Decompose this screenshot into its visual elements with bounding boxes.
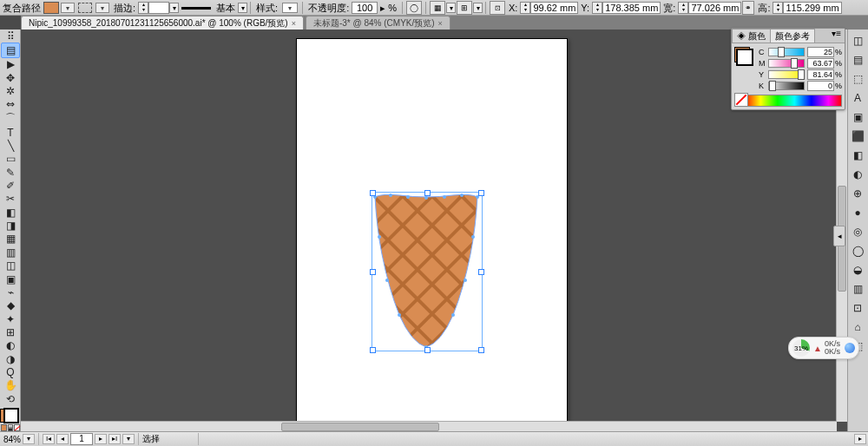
tool-12[interactable]: ◧ — [2, 206, 19, 219]
fill-stroke-swatch[interactable] — [0, 409, 19, 423]
fill-dropdown[interactable]: ▾ — [61, 3, 75, 13]
panel-menu-icon[interactable]: ▾≡ — [828, 29, 845, 43]
color-panel[interactable]: ◈ 颜色 颜色参考 ▾≡ C25%M63.67%Y81.64%K0% — [731, 28, 845, 110]
stroke-swatch[interactable] — [78, 3, 92, 13]
tool-13[interactable]: ◨ — [2, 219, 19, 232]
tool-5[interactable]: ⌒ — [2, 111, 19, 126]
transform-button[interactable]: ⊞ — [457, 1, 472, 15]
zoom-level-field[interactable]: 84% — [3, 435, 21, 444]
tool-17[interactable]: ▣ — [2, 272, 19, 285]
scrollbar-thumb[interactable] — [281, 423, 439, 431]
tool-7[interactable]: ╲ — [2, 139, 19, 152]
align-button[interactable]: ▦ — [430, 1, 445, 15]
tool-21[interactable]: ⊞ — [2, 325, 19, 338]
artboard-dropdown[interactable]: ▾ — [122, 434, 135, 444]
link-wh-button[interactable]: ⚭ — [742, 1, 754, 15]
tool-15[interactable]: ▥ — [2, 246, 19, 259]
zoom-dropdown[interactable]: ▾ — [23, 434, 35, 444]
channel-value-field[interactable]: 81.64 — [807, 69, 834, 80]
channel-value-field[interactable]: 0 — [807, 81, 834, 91]
style-dropdown[interactable]: ▾ — [282, 3, 298, 13]
tool-4[interactable]: ⇔ — [2, 98, 19, 111]
artboard[interactable] — [296, 38, 568, 424]
panel-icon-10[interactable]: ◎ — [849, 222, 866, 241]
tab-close-icon[interactable]: × — [292, 19, 296, 28]
artboard-next-button[interactable]: ▸ — [95, 434, 107, 444]
panel-icon-7[interactable]: ◐ — [849, 165, 866, 184]
artwork-cone[interactable] — [373, 193, 479, 348]
tool-6[interactable]: T — [2, 126, 19, 139]
canvas-area[interactable] — [21, 30, 847, 432]
stroke-dropdown[interactable]: ▾ — [95, 3, 109, 13]
panel-icon-15[interactable]: ⌂ — [849, 318, 866, 337]
tool-11[interactable]: ✂ — [2, 193, 19, 206]
panel-icon-0[interactable]: ◫ — [849, 31, 866, 50]
channel-slider[interactable] — [768, 70, 805, 79]
x-stepper[interactable]: ▴▾ — [520, 2, 530, 14]
tool-3[interactable]: ✲ — [2, 84, 19, 97]
panel-icon-12[interactable]: ◒ — [849, 260, 866, 279]
panel-icon-8[interactable]: ⊕ — [849, 184, 866, 203]
stroke-profile-preview[interactable] — [181, 7, 211, 10]
status-scroll-right[interactable]: ▸ — [854, 434, 866, 444]
transform-dropdown[interactable]: ▾ — [473, 3, 483, 13]
stroke-weight-dropdown[interactable]: ▾ — [169, 3, 179, 13]
y-stepper[interactable]: ▴▾ — [592, 2, 602, 14]
channel-value-field[interactable]: 63.67 — [807, 58, 834, 69]
panel-icon-6[interactable]: ◧ — [849, 146, 866, 165]
tool-19[interactable]: ◆ — [2, 299, 19, 312]
artboard-last-button[interactable]: ▸I — [108, 434, 121, 444]
recolor-button[interactable]: ◯ — [406, 1, 422, 15]
artboard-index-field[interactable]: 1 — [70, 433, 93, 445]
h-stepper[interactable]: ▴▾ — [773, 2, 783, 14]
tool-14[interactable]: ▦ — [2, 233, 19, 246]
doc-tab-active[interactable]: Nipic_10999358_20180701231125656000.ai* … — [21, 16, 304, 30]
accelerator-icon[interactable] — [845, 343, 855, 353]
panel-icon-9[interactable]: ● — [849, 203, 866, 222]
panel-collapse-button[interactable]: ◂ — [833, 226, 845, 246]
ref-point-selector[interactable]: ⊡ — [490, 1, 505, 15]
panel-icon-2[interactable]: ⬚ — [849, 69, 866, 89]
channel-slider[interactable] — [768, 82, 805, 90]
artboard-prev-button[interactable]: ◂ — [56, 434, 69, 444]
tool-18[interactable]: ⌁ — [2, 285, 19, 298]
spectrum-bar[interactable] — [734, 95, 842, 107]
channel-slider[interactable] — [768, 48, 805, 56]
tool-23[interactable]: ◑ — [2, 352, 19, 365]
tool-9[interactable]: ✎ — [2, 166, 19, 179]
channel-slider[interactable] — [768, 59, 805, 68]
panel-fill-stroke-swatch[interactable] — [734, 47, 753, 66]
tab-close-icon[interactable]: × — [438, 19, 443, 28]
panel-icon-1[interactable]: ▤ — [849, 50, 866, 69]
w-field[interactable]: 77.026 mm — [688, 2, 741, 14]
artboard-first-button[interactable]: I◂ — [43, 434, 55, 444]
panel-icon-3[interactable]: A — [849, 89, 866, 108]
panel-icon-11[interactable]: ◯ — [849, 241, 866, 260]
doc-tab-secondary[interactable]: 未标题-3* @ 84% (CMYK/预览) × — [306, 16, 450, 30]
y-field[interactable]: 178.385 mm — [602, 2, 661, 14]
none-swatch[interactable] — [734, 93, 748, 107]
tool-22[interactable]: ◐ — [2, 339, 19, 352]
w-stepper[interactable]: ▴▾ — [678, 2, 688, 14]
tool-grip[interactable]: ⠿ — [2, 30, 19, 43]
x-field[interactable]: 99.62 mm — [530, 2, 578, 14]
panel-icon-14[interactable]: ⊡ — [849, 298, 866, 318]
stroke-weight-stepper[interactable]: ▴▾ — [138, 2, 148, 14]
tool-0[interactable]: ▤ — [1, 43, 20, 57]
panel-icon-4[interactable]: ▣ — [849, 108, 866, 127]
tool-26[interactable]: ⟲ — [2, 392, 19, 405]
tool-25[interactable]: ✋ — [2, 379, 19, 392]
panel-tab-color[interactable]: ◈ 颜色 — [732, 29, 771, 43]
tool-1[interactable]: ▶ — [2, 58, 19, 71]
h-field[interactable]: 115.299 mm — [783, 2, 841, 14]
network-status-pill[interactable]: 31% ▲ 0K/s0K/s — [788, 337, 859, 359]
tool-20[interactable]: ✦ — [2, 312, 19, 325]
panel-icon-13[interactable]: ▥ — [849, 279, 866, 298]
tool-8[interactable]: ▭ — [2, 153, 19, 166]
panel-tab-color-guide[interactable]: 颜色参考 — [770, 29, 815, 43]
opacity-field[interactable]: 100 — [352, 2, 378, 14]
fill-swatch[interactable] — [43, 2, 59, 14]
tool-2[interactable]: ✥ — [2, 71, 19, 84]
stroke-preset-dropdown[interactable]: ▾ — [238, 3, 247, 13]
panel-icon-5[interactable]: ⬛ — [849, 127, 866, 146]
